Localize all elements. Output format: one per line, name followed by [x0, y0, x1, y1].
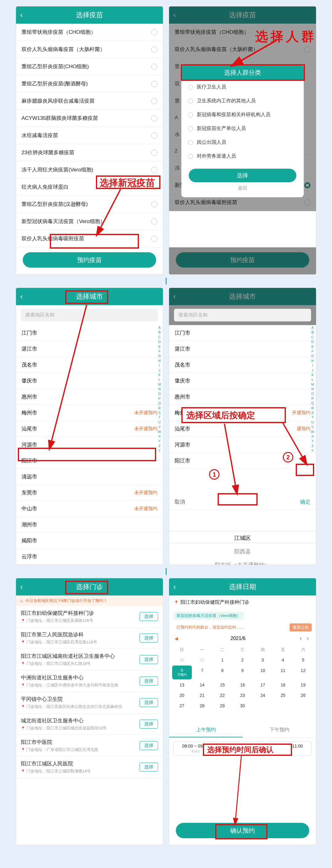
prev-month-icon[interactable]: ‹ [298, 635, 304, 641]
calendar-day[interactable]: 22 [212, 690, 232, 700]
select-clinic-button[interactable]: 选择 [140, 763, 158, 772]
city-row[interactable]: 河源市 [16, 437, 163, 453]
calendar-day[interactable]: 25 [273, 690, 293, 700]
group-option[interactable]: 新冠病毒和疫苗相关科研机构人员 [181, 108, 304, 122]
back-icon[interactable]: ‹ [20, 578, 23, 595]
vaccine-row[interactable]: ACYW135群脑膜炎球菌多糖疫苗 [16, 110, 163, 127]
calendar-day[interactable]: 1 [212, 655, 232, 665]
calendar-day[interactable]: 30 [233, 701, 252, 711]
notice-button[interactable]: 查看公告 [290, 623, 312, 631]
calendar-day[interactable]: 13 [172, 680, 192, 690]
calendar-day[interactable]: 6可预约 [172, 665, 192, 679]
calendar-day[interactable]: 24 [253, 690, 273, 700]
vaccine-row[interactable]: 重组乙型肝炎疫苗(CHO细胞) [16, 58, 163, 75]
vaccine-row[interactable]: 新型冠状病毒灭活疫苗（Vero细胞） [16, 213, 163, 230]
group-option[interactable]: 新冠疫苗生产单位人员 [181, 122, 304, 135]
vaccine-row[interactable]: 重组带状疱疹疫苗（CHO细胞） [16, 24, 163, 41]
reserve-button[interactable]: 预约疫苗 [23, 252, 156, 268]
vaccine-row[interactable]: 双价人乳头瘤病毒疫苗（大肠杆菌） [16, 41, 163, 58]
select-clinic-button[interactable]: 选择 [140, 655, 158, 664]
picker-cancel[interactable]: 取消 [175, 498, 185, 505]
calendar-day[interactable]: 28 [192, 701, 212, 711]
vaccine-row[interactable]: 重组乙型肝炎疫苗(酿酒酵母) [16, 75, 163, 92]
tab-pm[interactable]: 下午预约 [243, 723, 316, 737]
group-option[interactable]: 医疗卫生人员 [181, 80, 304, 94]
calendar-grid[interactable]: 日一二三四五六3031123456可预约78910111213141516171… [169, 644, 316, 714]
vaccine-row[interactable]: 水痘减毒活疫苗 [16, 127, 163, 144]
city-row[interactable]: 揭阳市 [16, 533, 163, 549]
confirm-button[interactable]: 确认预约 [176, 823, 309, 838]
calendar-day[interactable]: 16 [233, 680, 252, 690]
select-clinic-button[interactable]: 选择 [140, 633, 158, 643]
back-icon[interactable]: ‹ [173, 6, 176, 24]
back-icon[interactable]: ‹ [173, 578, 176, 595]
city-row[interactable]: 茂名市 [169, 357, 316, 373]
picker-option[interactable]: 阳东区（未开通预约） [169, 558, 316, 565]
calendar-day[interactable]: 20 [172, 690, 192, 700]
next-month-icon[interactable]: › [305, 635, 310, 641]
city-row[interactable]: 湛江市 [16, 341, 163, 357]
city-row[interactable]: 清远市 [16, 469, 163, 485]
modal-back-button[interactable]: 返回 [181, 185, 304, 191]
vaccine-row[interactable]: 麻疹腮腺炎风疹联合减毒活疫苗 [16, 92, 163, 110]
group-option[interactable]: 因公出国人员 [181, 135, 304, 149]
calendar-day[interactable]: 8 [212, 665, 232, 679]
modal-select-button[interactable]: 选择 [189, 169, 296, 182]
picker-ok[interactable]: 确定 [300, 498, 310, 505]
city-row[interactable]: 河源市 [169, 437, 316, 453]
city-row[interactable]: 梅州市未开通预约 [16, 405, 163, 421]
calendar-day[interactable]: 19 [293, 680, 313, 690]
back-icon[interactable]: ‹ [20, 288, 23, 305]
city-row[interactable]: 云浮市 [16, 549, 163, 565]
calendar-day[interactable]: 15 [212, 680, 232, 690]
picker-wheel[interactable]: 江城区阳西县阳东区（未开通预约） [169, 509, 316, 565]
back-icon[interactable]: ‹ [20, 6, 23, 24]
calendar-day[interactable]: 23 [233, 690, 252, 700]
alpha-index[interactable]: ABCDEFGHIJKLMNOPQRSTUVWXYZ# [157, 325, 162, 454]
select-clinic-button[interactable]: 选择 [140, 677, 158, 685]
city-row[interactable]: 肇庆市 [169, 373, 316, 389]
vaccine-row[interactable]: 冻干人用狂犬病疫苗(Vero细胞) [16, 161, 163, 179]
city-row[interactable]: 潮州市 [16, 517, 163, 533]
calendar-day[interactable]: 10 [253, 665, 273, 679]
time-slot[interactable]: 10:00 ~ 11:00 [268, 741, 312, 756]
tab-am[interactable]: 上午预约 [169, 723, 243, 737]
city-row[interactable]: 惠州市 [16, 389, 163, 405]
city-row[interactable]: 惠州市 [169, 389, 316, 405]
city-row[interactable]: 茂名市 [16, 357, 163, 373]
vaccine-row[interactable]: 重组乙型肝炎疫苗(汉逊酵母) [16, 196, 163, 213]
alpha-index[interactable]: ABCDEFGHIJKLMNOPQRSTUVWXYZ# [310, 325, 315, 454]
calendar-day[interactable]: 21 [192, 690, 212, 700]
city-row[interactable]: 江门市 [169, 325, 316, 341]
city-row[interactable]: 汕尾市通预约 [169, 421, 316, 437]
search-input[interactable]: 搜索地区名称 [174, 309, 311, 321]
select-clinic-button[interactable]: 选择 [140, 741, 158, 750]
calendar-day[interactable]: 12 [293, 665, 313, 679]
vaccine-row[interactable]: 23价肺炎球菌多糖疫苗 [16, 144, 163, 161]
calendar-day[interactable]: 9 [233, 665, 252, 679]
calendar-day[interactable]: 7 [192, 665, 212, 679]
city-row[interactable]: 汕尾市未开通预约 [16, 421, 163, 437]
vaccine-row[interactable]: 双价人乳头瘤病毒吸附疫苗 [16, 230, 163, 247]
city-row[interactable]: 阳江市 [169, 453, 316, 469]
calendar-day[interactable]: 4 [273, 655, 293, 665]
back-icon[interactable]: ‹ [173, 288, 176, 305]
select-clinic-button[interactable]: 选择 [140, 720, 158, 728]
reserve-button[interactable]: 预约疫苗 [176, 252, 309, 268]
select-clinic-button[interactable]: 选择 [140, 698, 158, 707]
calendar-day[interactable]: 29 [212, 701, 232, 711]
calendar-day[interactable]: 3 [253, 655, 273, 665]
city-row[interactable]: 肇庆市 [16, 373, 163, 389]
select-clinic-button[interactable]: 选择 [140, 612, 158, 621]
calendar-day[interactable]: 17 [253, 680, 273, 690]
group-option[interactable]: 对外劳务派遣人员 [181, 149, 304, 163]
calendar-day[interactable]: 27 [172, 701, 192, 711]
city-row[interactable]: 东莞市未开通预约 [16, 485, 163, 501]
city-row[interactable]: 阳江市 [16, 453, 163, 469]
calendar-day[interactable]: 11 [273, 665, 293, 679]
calendar-day[interactable]: 2 [233, 655, 252, 665]
city-row[interactable]: 中山市未开通预约 [16, 501, 163, 517]
calendar-day[interactable]: 14 [192, 680, 212, 690]
city-row[interactable]: 江门市 [16, 325, 163, 341]
search-input[interactable]: 搜索地区名称 [21, 309, 158, 321]
